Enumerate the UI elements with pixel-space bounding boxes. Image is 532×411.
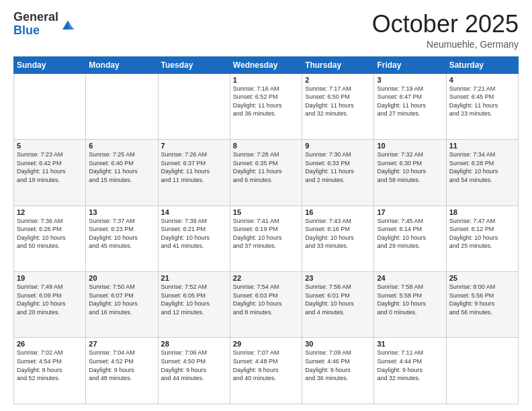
day-info: Sunrise: 7:26 AM Sunset: 6:37 PM Dayligh… [161, 150, 227, 184]
day-info: Sunrise: 7:37 AM Sunset: 6:23 PM Dayligh… [89, 217, 154, 250]
calendar-cell: 1Sunrise: 7:16 AM Sunset: 6:52 PM Daylig… [230, 73, 302, 139]
header-wednesday: Wednesday [230, 56, 302, 73]
day-info: Sunrise: 7:41 AM Sunset: 6:19 PM Dayligh… [233, 217, 299, 250]
week-row-5: 26Sunrise: 7:02 AM Sunset: 4:54 PM Dayli… [14, 338, 519, 404]
day-number: 21 [161, 274, 227, 282]
day-info: Sunrise: 7:28 AM Sunset: 6:35 PM Dayligh… [233, 150, 299, 184]
day-info: Sunrise: 7:06 AM Sunset: 4:50 PM Dayligh… [161, 349, 227, 382]
calendar-cell: 15Sunrise: 7:41 AM Sunset: 6:19 PM Dayli… [230, 205, 302, 271]
day-info: Sunrise: 7:21 AM Sunset: 6:45 PM Dayligh… [449, 85, 515, 118]
header-monday: Monday [86, 56, 158, 73]
calendar-cell: 31Sunrise: 7:11 AM Sunset: 4:44 PM Dayli… [374, 338, 446, 404]
day-number: 4 [449, 76, 515, 84]
day-number: 8 [233, 142, 299, 150]
day-info: Sunrise: 7:43 AM Sunset: 6:16 PM Dayligh… [305, 217, 371, 250]
day-info: Sunrise: 7:45 AM Sunset: 6:14 PM Dayligh… [377, 217, 443, 250]
calendar-cell: 10Sunrise: 7:32 AM Sunset: 6:30 PM Dayli… [374, 140, 446, 205]
day-number: 17 [377, 208, 443, 216]
header-saturday: Saturday [446, 56, 518, 73]
day-number: 15 [233, 208, 299, 216]
week-row-2: 5Sunrise: 7:23 AM Sunset: 6:42 PM Daylig… [14, 140, 519, 205]
week-row-1: 1Sunrise: 7:16 AM Sunset: 6:52 PM Daylig… [14, 73, 519, 139]
header: General Blue October 2025 Neumuehle, Ger… [13, 11, 519, 50]
day-number: 29 [233, 340, 299, 348]
calendar-cell: 23Sunrise: 7:56 AM Sunset: 6:01 PM Dayli… [302, 272, 374, 338]
week-row-3: 12Sunrise: 7:36 AM Sunset: 6:26 PM Dayli… [14, 205, 519, 271]
day-number: 6 [89, 142, 154, 150]
logo-general-text: General [13, 11, 58, 24]
calendar-cell: 8Sunrise: 7:28 AM Sunset: 6:35 PM Daylig… [230, 140, 302, 205]
calendar-cell: 20Sunrise: 7:50 AM Sunset: 6:07 PM Dayli… [86, 272, 158, 338]
calendar-cell [14, 73, 86, 139]
calendar-cell [86, 73, 158, 139]
day-number: 14 [161, 208, 227, 216]
calendar-cell: 18Sunrise: 7:47 AM Sunset: 6:12 PM Dayli… [446, 205, 518, 271]
day-number: 27 [89, 340, 154, 348]
day-info: Sunrise: 8:00 AM Sunset: 5:56 PM Dayligh… [449, 283, 515, 316]
day-info: Sunrise: 7:34 AM Sunset: 6:28 PM Dayligh… [449, 150, 515, 184]
page: General Blue October 2025 Neumuehle, Ger… [0, 0, 532, 411]
week-row-4: 19Sunrise: 7:49 AM Sunset: 6:09 PM Dayli… [14, 272, 519, 338]
header-sunday: Sunday [14, 56, 86, 73]
day-number: 2 [305, 76, 371, 84]
day-number: 10 [377, 142, 443, 150]
calendar-cell: 12Sunrise: 7:36 AM Sunset: 6:26 PM Dayli… [14, 205, 86, 271]
day-info: Sunrise: 7:16 AM Sunset: 6:52 PM Dayligh… [233, 85, 299, 118]
day-info: Sunrise: 7:04 AM Sunset: 4:52 PM Dayligh… [89, 349, 154, 382]
calendar-cell: 9Sunrise: 7:30 AM Sunset: 6:33 PM Daylig… [302, 140, 374, 205]
calendar-cell: 5Sunrise: 7:23 AM Sunset: 6:42 PM Daylig… [14, 140, 86, 205]
day-info: Sunrise: 7:32 AM Sunset: 6:30 PM Dayligh… [377, 150, 443, 184]
calendar-cell: 13Sunrise: 7:37 AM Sunset: 6:23 PM Dayli… [86, 205, 158, 271]
calendar-cell: 29Sunrise: 7:07 AM Sunset: 4:48 PM Dayli… [230, 338, 302, 404]
day-number: 30 [305, 340, 371, 348]
header-thursday: Thursday [302, 56, 374, 73]
day-info: Sunrise: 7:49 AM Sunset: 6:09 PM Dayligh… [17, 283, 83, 316]
day-number: 3 [377, 76, 443, 84]
day-number: 26 [17, 340, 83, 348]
logo-blue-text: Blue [13, 24, 58, 38]
day-number: 19 [17, 274, 83, 282]
day-number: 7 [161, 142, 227, 150]
day-info: Sunrise: 7:11 AM Sunset: 4:44 PM Dayligh… [377, 349, 443, 382]
day-info: Sunrise: 7:17 AM Sunset: 6:50 PM Dayligh… [305, 85, 371, 118]
calendar-cell: 16Sunrise: 7:43 AM Sunset: 6:16 PM Dayli… [302, 205, 374, 271]
day-number: 25 [449, 274, 515, 282]
calendar-cell: 19Sunrise: 7:49 AM Sunset: 6:09 PM Dayli… [14, 272, 86, 338]
day-info: Sunrise: 7:47 AM Sunset: 6:12 PM Dayligh… [449, 217, 515, 250]
calendar-cell: 26Sunrise: 7:02 AM Sunset: 4:54 PM Dayli… [14, 338, 86, 404]
calendar-cell: 2Sunrise: 7:17 AM Sunset: 6:50 PM Daylig… [302, 73, 374, 139]
day-info: Sunrise: 7:58 AM Sunset: 5:58 PM Dayligh… [377, 283, 443, 316]
day-info: Sunrise: 7:02 AM Sunset: 4:54 PM Dayligh… [17, 349, 83, 382]
day-info: Sunrise: 7:25 AM Sunset: 6:40 PM Dayligh… [89, 150, 154, 184]
calendar-cell: 4Sunrise: 7:21 AM Sunset: 6:45 PM Daylig… [446, 73, 518, 139]
calendar-cell: 27Sunrise: 7:04 AM Sunset: 4:52 PM Dayli… [86, 338, 158, 404]
day-number: 12 [17, 208, 83, 216]
day-number: 31 [377, 340, 443, 348]
day-number: 13 [89, 208, 154, 216]
calendar-cell [158, 73, 230, 139]
logo-icon [60, 16, 76, 32]
day-info: Sunrise: 7:23 AM Sunset: 6:42 PM Dayligh… [17, 150, 83, 184]
day-info: Sunrise: 7:30 AM Sunset: 6:33 PM Dayligh… [305, 150, 371, 184]
day-info: Sunrise: 7:50 AM Sunset: 6:07 PM Dayligh… [89, 283, 154, 316]
calendar-cell: 14Sunrise: 7:39 AM Sunset: 6:21 PM Dayli… [158, 205, 230, 271]
calendar-cell [446, 338, 518, 404]
day-number: 11 [449, 142, 515, 150]
calendar-cell: 7Sunrise: 7:26 AM Sunset: 6:37 PM Daylig… [158, 140, 230, 205]
calendar-cell: 21Sunrise: 7:52 AM Sunset: 6:05 PM Dayli… [158, 272, 230, 338]
day-info: Sunrise: 7:56 AM Sunset: 6:01 PM Dayligh… [305, 283, 371, 316]
calendar-cell: 25Sunrise: 8:00 AM Sunset: 5:56 PM Dayli… [446, 272, 518, 338]
header-friday: Friday [374, 56, 446, 73]
calendar-table: Sunday Monday Tuesday Wednesday Thursday… [13, 56, 519, 404]
calendar-cell: 28Sunrise: 7:06 AM Sunset: 4:50 PM Dayli… [158, 338, 230, 404]
calendar-cell: 6Sunrise: 7:25 AM Sunset: 6:40 PM Daylig… [86, 140, 158, 205]
calendar-cell: 30Sunrise: 7:09 AM Sunset: 4:46 PM Dayli… [302, 338, 374, 404]
day-number: 28 [161, 340, 227, 348]
day-number: 16 [305, 208, 371, 216]
day-info: Sunrise: 7:07 AM Sunset: 4:48 PM Dayligh… [233, 349, 299, 382]
month-title: October 2025 [372, 11, 519, 38]
day-info: Sunrise: 7:09 AM Sunset: 4:46 PM Dayligh… [305, 349, 371, 382]
day-number: 22 [233, 274, 299, 282]
title-block: October 2025 Neumuehle, Germany [372, 11, 519, 50]
logo: General Blue [13, 11, 76, 38]
